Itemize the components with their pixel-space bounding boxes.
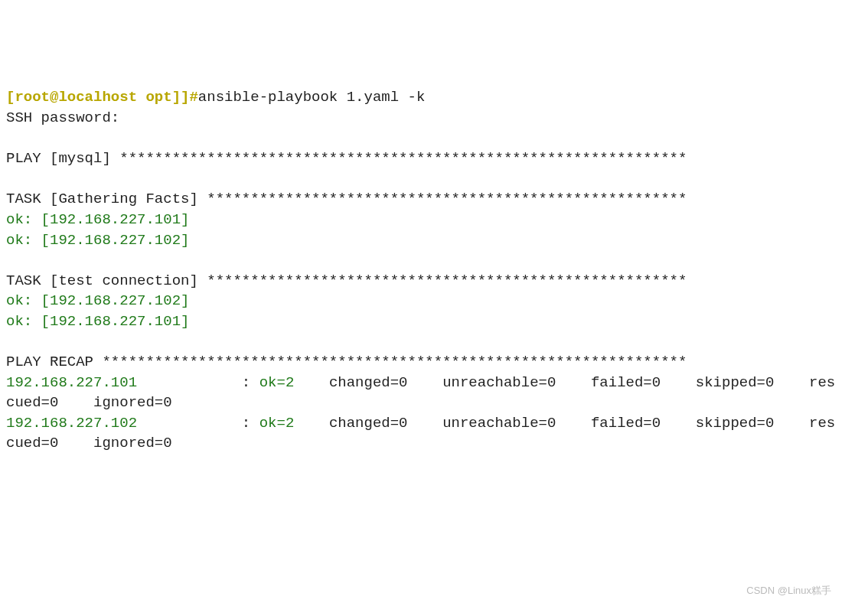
- recap-host-2-ok: ok=2: [259, 415, 321, 432]
- shell-prompt: [root@localhost opt]]#: [6, 89, 198, 106]
- recap-host-2: 192.168.227.102: [6, 415, 137, 432]
- ssh-password-prompt: SSH password:: [6, 109, 119, 126]
- task-gathering-facts-header: TASK [Gathering Facts] *****************…: [6, 191, 687, 207]
- recap-host-1-ok: ok=2: [259, 374, 321, 391]
- shell-command: ansible-playbook 1.yaml -k: [198, 89, 425, 106]
- watermark: CSDN @Linux糕手: [746, 584, 831, 598]
- task-test-connection-header: TASK [test connection] *****************…: [6, 272, 687, 289]
- recap-host-1-sep: :: [137, 374, 259, 391]
- play-header: PLAY [mysql] ***************************…: [6, 150, 687, 167]
- task2-result-2: ok: [192.168.227.101]: [6, 313, 189, 330]
- task1-result-1: ok: [192.168.227.101]: [6, 211, 189, 228]
- terminal-output: [root@localhost opt]]#ansible-playbook 1…: [6, 87, 839, 454]
- recap-host-1: 192.168.227.101: [6, 374, 137, 391]
- task1-result-2: ok: [192.168.227.102]: [6, 232, 189, 249]
- task2-result-1: ok: [192.168.227.102]: [6, 292, 189, 309]
- recap-host-2-sep: :: [137, 415, 259, 432]
- play-recap-header: PLAY RECAP *****************************…: [6, 354, 687, 370]
